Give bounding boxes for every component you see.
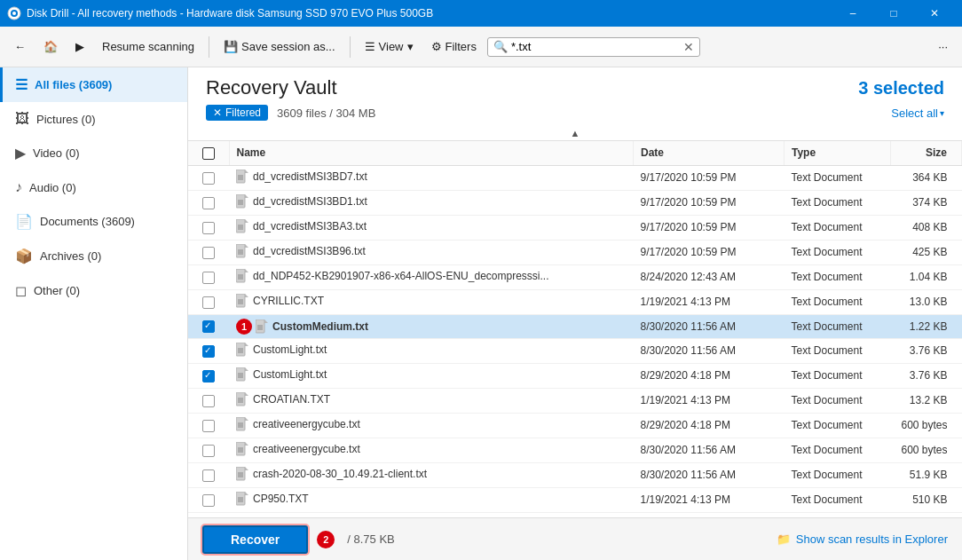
sidebar-item-pictures[interactable]: 🖼 Pictures (0) (0, 102, 187, 136)
row-checkbox-cell[interactable] (188, 190, 229, 215)
row-checkbox[interactable] (202, 494, 215, 507)
sidebar: ☰ All files (3609) 🖼 Pictures (0) ▶ Vide… (0, 67, 188, 560)
svg-marker-10 (245, 194, 248, 198)
save-session-button[interactable]: 💾 Save session as... (217, 36, 343, 57)
table-row[interactable]: dd_vcredistMSI3BD1.txt9/17/2020 10:59 PM… (188, 190, 962, 215)
sidebar-item-archives[interactable]: 📦 Archives (0) (0, 239, 187, 273)
toolbar-separator (209, 36, 209, 58)
archives-icon: 📦 (15, 248, 33, 264)
row-checkbox[interactable] (202, 172, 215, 185)
row-type: Text Document (785, 215, 891, 240)
view-chevron: ▾ (407, 40, 414, 53)
row-checkbox-cell[interactable] (188, 438, 229, 462)
row-filename: CYRILLIC.TXT (253, 295, 324, 307)
row-checkbox-cell[interactable] (188, 388, 229, 413)
file-table-container[interactable]: Name Date Type Size dd_vcredistMSI3BD7.t… (188, 140, 962, 517)
more-icon: ··· (938, 40, 948, 53)
search-input[interactable] (511, 40, 680, 53)
row-checkbox[interactable] (202, 320, 215, 333)
header-checkbox-cell[interactable] (188, 141, 229, 165)
sidebar-item-video[interactable]: ▶ Video (0) (0, 136, 187, 170)
sidebar-item-all-files[interactable]: ☰ All files (3609) (0, 67, 187, 102)
main-layout: ☰ All files (3609) 🖼 Pictures (0) ▶ Vide… (0, 67, 962, 560)
resume-scanning-button[interactable]: Resume scanning (95, 36, 201, 57)
table-row[interactable]: creativeenergycube.txt8/30/2020 11:56 AM… (188, 438, 962, 462)
maximize-button[interactable]: □ (873, 0, 914, 27)
table-row[interactable]: 1 CustomMedium.txt8/30/2020 11:56 AMText… (188, 314, 962, 338)
row-checkbox-cell[interactable] (188, 215, 229, 240)
row-checkbox[interactable] (202, 247, 215, 259)
table-row[interactable]: creativeenergycube.txt8/29/2020 4:18 PMT… (188, 413, 962, 438)
close-button[interactable]: ✕ (914, 0, 955, 27)
row-checkbox-cell[interactable] (188, 413, 229, 438)
row-type: Text Document (785, 487, 891, 512)
row-checkbox-cell[interactable] (188, 165, 229, 190)
row-checkbox-cell[interactable] (188, 487, 229, 512)
table-row[interactable]: crash-2020-08-30_10.49.21-client.txt8/30… (188, 462, 962, 487)
file-icon (236, 442, 248, 456)
table-row[interactable]: dd_vcredistMSI3BD7.txt9/17/2020 10:59 PM… (188, 165, 962, 190)
audio-icon: ♪ (15, 179, 22, 195)
table-row[interactable]: CYRILLIC.TXT1/19/2021 4:13 PMText Docume… (188, 289, 962, 314)
row-checkbox-cell[interactable] (188, 338, 229, 363)
row-name: 1 CustomMedium.txt (229, 314, 634, 338)
home-button[interactable]: 🏠 (36, 36, 65, 57)
table-row[interactable]: dd_NDP452-KB2901907-x86-x64-AllOS-ENU_de… (188, 264, 962, 289)
row-name: CROATIAN.TXT (229, 388, 634, 413)
svg-marker-40 (264, 319, 268, 323)
show-in-explorer-link[interactable]: 📁 Show scan results in Explorer (777, 532, 948, 546)
filter-tag[interactable]: ✕ Filtered (206, 105, 268, 121)
recover-button[interactable]: Recover (202, 525, 308, 554)
row-checkbox[interactable] (202, 395, 215, 407)
row-date: 8/30/2020 11:56 AM (634, 314, 785, 338)
row-checkbox-cell[interactable] (188, 363, 229, 388)
row-checkbox-cell[interactable] (188, 240, 229, 264)
file-icon (236, 170, 248, 184)
row-checkbox-cell[interactable] (188, 314, 229, 338)
table-row[interactable]: CustomLight.txt8/29/2020 4:18 PMText Doc… (188, 363, 962, 388)
row-checkbox-cell[interactable] (188, 462, 229, 487)
all-files-icon: ☰ (15, 76, 28, 93)
row-date: 8/30/2020 11:56 AM (634, 462, 785, 487)
view-button[interactable]: ☰ View ▾ (358, 36, 421, 57)
sidebar-item-other[interactable]: ◻ Other (0) (0, 273, 187, 308)
file-icon (236, 294, 248, 308)
row-checkbox[interactable] (202, 370, 215, 383)
filters-button[interactable]: ⚙ Filters (424, 36, 484, 57)
row-checkbox[interactable] (202, 272, 215, 284)
table-header-row: Name Date Type Size (188, 141, 962, 165)
row-date: 8/24/2020 12:43 AM (634, 264, 785, 289)
filter-x-icon: ✕ (213, 106, 222, 119)
row-checkbox[interactable] (202, 420, 215, 432)
select-all-checkbox[interactable] (202, 147, 215, 160)
minimize-button[interactable]: – (832, 0, 873, 27)
row-checkbox-cell[interactable] (188, 264, 229, 289)
row-checkbox[interactable] (202, 469, 215, 482)
row-checkbox[interactable] (202, 197, 215, 209)
table-row[interactable]: dd_vcredistMSI3BA3.txt9/17/2020 10:59 PM… (188, 215, 962, 240)
row-size: 3.76 KB (891, 363, 962, 388)
row-checkbox[interactable] (202, 345, 215, 358)
row-checkbox[interactable] (202, 445, 215, 457)
row-checkbox[interactable] (202, 222, 215, 234)
row-name: dd_NDP452-KB2901907-x86-x64-AllOS-ENU_de… (229, 264, 634, 289)
table-row[interactable]: CustomLight.txt8/30/2020 11:56 AMText Do… (188, 338, 962, 363)
sidebar-item-documents[interactable]: 📄 Documents (3609) (0, 204, 187, 239)
play-button[interactable]: ▶ (68, 36, 91, 57)
row-checkbox-cell[interactable] (188, 289, 229, 314)
sidebar-item-label: All files (3609) (35, 78, 112, 91)
clear-search-button[interactable]: ✕ (683, 40, 694, 54)
row-name: CP950.TXT (229, 487, 634, 512)
sidebar-item-audio[interactable]: ♪ Audio (0) (0, 170, 187, 204)
table-row[interactable]: dd_vcredistMSI3B96.txt9/17/2020 10:59 PM… (188, 240, 962, 264)
select-all-control[interactable]: Select all ▾ (891, 106, 944, 120)
table-row[interactable]: CP950.TXT1/19/2021 4:13 PMText Document5… (188, 487, 962, 512)
back-button[interactable]: ← (7, 36, 33, 57)
svg-marker-16 (245, 219, 248, 223)
select-all-label: Select all (891, 106, 938, 120)
table-row[interactable]: CROATIAN.TXT1/19/2021 4:13 PMText Docume… (188, 388, 962, 413)
row-checkbox[interactable] (202, 296, 215, 309)
more-options-button[interactable]: ··· (931, 36, 955, 57)
collapse-row[interactable]: ▲ (188, 126, 962, 140)
row-type: Text Document (785, 289, 891, 314)
